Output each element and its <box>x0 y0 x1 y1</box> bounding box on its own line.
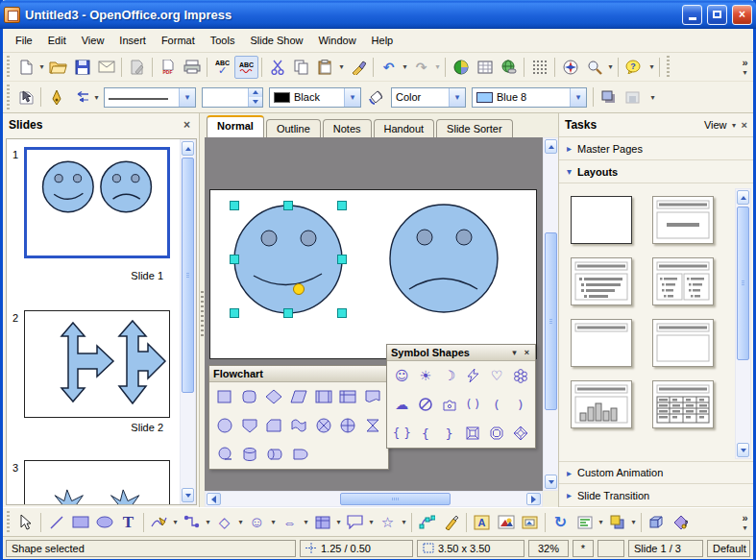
slide-1-thumbnail[interactable] <box>24 147 170 258</box>
connector-tool-button[interactable] <box>180 511 204 534</box>
tab-notes[interactable]: Notes <box>323 119 372 138</box>
layouts-scrollbar-thumb[interactable] <box>737 207 749 360</box>
slides-scrollbar[interactable] <box>180 139 196 504</box>
symbol-shapes-close-icon[interactable]: × <box>523 348 531 357</box>
menu-window[interactable]: Window <box>310 32 363 49</box>
toolbar-grip[interactable] <box>5 56 12 78</box>
tab-handout[interactable]: Handout <box>374 119 435 138</box>
flowchart-sequential-access-shape[interactable] <box>212 442 237 467</box>
fill-style-select[interactable]: Color ▾ <box>391 87 466 108</box>
layout-title-bullets[interactable] <box>571 257 632 305</box>
ellipse-tool-button[interactable] <box>92 511 116 534</box>
symbol-shapes-dropdown-caret[interactable]: ▾ <box>510 348 519 357</box>
arrange-caret[interactable]: ▾ <box>629 518 638 526</box>
cut-button[interactable] <box>265 56 289 79</box>
zoom-dropdown-caret[interactable]: ▾ <box>606 62 615 71</box>
autospellcheck-button[interactable]: ABC <box>234 56 258 79</box>
symbol-flower-shape[interactable] <box>508 363 532 388</box>
paste-dropdown-caret[interactable]: ▾ <box>337 62 346 71</box>
symbol-heart-shape[interactable]: ♡ <box>485 363 509 388</box>
flowchart-magnetic-disk-shape[interactable] <box>237 442 262 467</box>
symbol-smiley-shape[interactable]: ☺ <box>390 363 414 388</box>
layout-title-content[interactable] <box>652 196 714 244</box>
layout-title-table[interactable] <box>652 380 714 428</box>
copy-button[interactable] <box>289 56 313 79</box>
canvas-scroll-left-button[interactable] <box>207 493 221 505</box>
edit-mode-button[interactable] <box>13 85 37 109</box>
tab-normal[interactable]: Normal <box>207 115 264 137</box>
canvas-scroll-right-button[interactable] <box>526 493 541 505</box>
line-width-down-button[interactable] <box>249 97 262 107</box>
canvas-vscrollbar-thumb[interactable] <box>545 232 557 410</box>
print-button[interactable] <box>180 56 204 79</box>
canvas-vertical-scrollbar[interactable] <box>543 137 559 491</box>
tab-slide-sorter[interactable]: Slide Sorter <box>436 119 512 138</box>
slide-2-thumbnail[interactable] <box>24 310 170 418</box>
help-button[interactable]: ? <box>622 56 646 79</box>
symbol-shapes-toolbar-title[interactable]: Symbol Shapes ▾ × <box>387 345 535 361</box>
rotate-button[interactable]: ↻ <box>549 511 573 534</box>
symbol-prohibited-shape[interactable] <box>414 392 438 417</box>
menu-format[interactable]: Format <box>154 32 203 49</box>
symbol-left-brace-shape[interactable]: { <box>414 421 438 446</box>
symbol-octagon-bevel-shape[interactable] <box>485 421 509 446</box>
redo-dropdown-caret[interactable]: ▾ <box>433 62 442 71</box>
format-paintbrush-button[interactable] <box>346 56 370 79</box>
layout-title-empty-content[interactable] <box>652 319 714 367</box>
toolbar-overflow[interactable]: » ▾ <box>737 57 753 77</box>
fill-style-caret[interactable]: ▾ <box>449 88 465 107</box>
paste-button[interactable] <box>313 56 337 79</box>
flowchart-offpage-connector-shape[interactable] <box>237 413 262 438</box>
chart-button[interactable] <box>449 56 473 79</box>
slides-panel-close-icon[interactable]: × <box>181 118 193 132</box>
line-width-field[interactable] <box>202 87 263 108</box>
symbol-lightning-shape[interactable] <box>461 363 485 388</box>
edit-points-button[interactable] <box>415 511 439 534</box>
layout-title-only[interactable] <box>571 319 632 367</box>
select-tool-button[interactable] <box>13 511 37 534</box>
symbol-cloud-shape[interactable]: ☁ <box>390 392 414 417</box>
symbol-left-bracket-shape[interactable]: ( <box>485 392 509 417</box>
drawbar-overflow[interactable]: » ▾ <box>737 512 753 532</box>
layout-title-two-content[interactable] <box>652 257 714 305</box>
fill-color-select[interactable]: Blue 8 ▾ <box>472 87 587 108</box>
new-dropdown-caret[interactable]: ▾ <box>37 62 46 71</box>
symbol-shapes-button[interactable]: ☺ <box>245 511 269 534</box>
display-grid-button[interactable] <box>527 56 551 79</box>
line-width-up-button[interactable] <box>249 88 262 98</box>
flowchart-predefined-process-shape[interactable] <box>311 384 336 409</box>
undo-button[interactable]: ↶ <box>377 56 401 79</box>
email-button[interactable] <box>94 56 118 79</box>
menu-insert[interactable]: Insert <box>111 32 154 49</box>
flowchart-multidocument-shape[interactable] <box>286 413 311 438</box>
tasks-view-menu[interactable]: View <box>704 119 727 131</box>
arrow-style-button[interactable] <box>68 85 92 109</box>
connector-caret[interactable]: ▾ <box>204 518 212 526</box>
slide-3-thumbnail[interactable] <box>24 460 170 505</box>
toolbar-grip[interactable] <box>665 56 671 78</box>
menu-help[interactable]: Help <box>364 32 402 49</box>
symbol-double-brace-shape[interactable]: { } <box>390 421 414 446</box>
spellcheck-button[interactable]: ABC ✓ <box>210 56 234 79</box>
menu-slide-show[interactable]: Slide Show <box>242 32 310 49</box>
edit-file-button[interactable] <box>125 56 149 79</box>
symbol-right-brace-shape[interactable]: } <box>437 421 461 446</box>
status-page-style[interactable]: Default <box>707 540 750 557</box>
basic-shapes-caret[interactable]: ▾ <box>236 518 245 526</box>
status-position[interactable]: 1.25 / 0.50 <box>300 540 413 557</box>
layout-title-chart[interactable] <box>571 380 632 428</box>
minimize-button[interactable] <box>682 5 702 25</box>
toolbar-grip[interactable] <box>5 85 12 110</box>
line-style-select[interactable]: ▾ <box>104 87 196 108</box>
canvas-hscrollbar-thumb[interactable] <box>340 493 451 505</box>
menu-file[interactable]: File <box>8 32 40 49</box>
flowchart-collate-shape[interactable] <box>360 413 385 438</box>
canvas-scroll-up-button[interactable] <box>545 139 557 154</box>
flowchart-or-shape[interactable] <box>311 413 336 438</box>
flowchart-data-shape[interactable] <box>286 384 311 409</box>
arrange-button[interactable] <box>605 511 629 534</box>
interaction-button[interactable] <box>669 511 693 534</box>
symbol-shapes-caret[interactable]: ▾ <box>269 518 278 526</box>
flowchart-internal-storage-shape[interactable] <box>336 384 361 409</box>
layouts-scroll-up-button[interactable] <box>737 190 749 205</box>
